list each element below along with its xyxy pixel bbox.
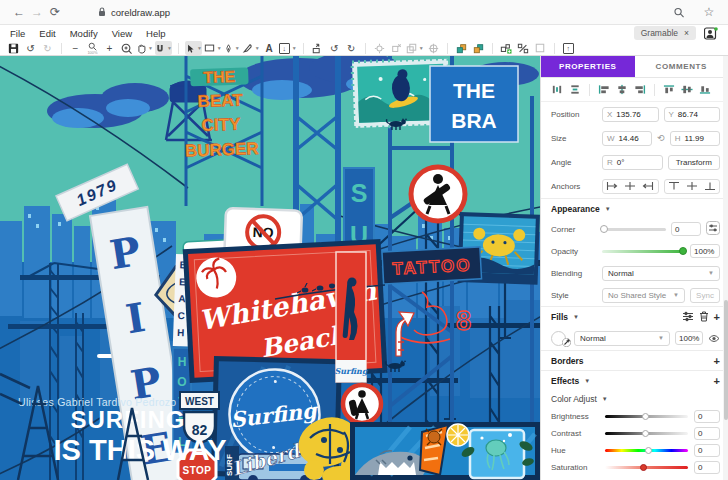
corner-value[interactable]: 0	[671, 222, 701, 236]
select-tool-button[interactable]: ▼	[185, 41, 202, 55]
sign-no-surfer-round-bottom[interactable]	[343, 385, 381, 423]
menu-modify[interactable]: Modify	[70, 28, 98, 39]
sync-button[interactable]: Sync	[690, 288, 720, 303]
fill-options-icon[interactable]	[682, 311, 694, 322]
position-y-input[interactable]: Y 86.74	[664, 107, 721, 122]
rotate-ccw-button[interactable]: ↺	[327, 41, 342, 55]
text-tool-button[interactable]: A	[262, 41, 277, 55]
style-dropdown[interactable]: No Shared Style ▼	[602, 288, 685, 303]
canvas-area[interactable]: THE BRA THE BEAT CITY BURGER S U R F	[0, 56, 540, 480]
zoom-level-button[interactable]: 100%	[85, 41, 100, 55]
panel-scrollbar[interactable]	[723, 56, 728, 480]
snap-target-button[interactable]	[372, 41, 387, 55]
pan-tool-button[interactable]: ▼	[136, 41, 153, 55]
session-chip[interactable]: Gramable ×	[634, 26, 696, 40]
knife-tool-button[interactable]: ▼	[242, 41, 260, 55]
opacity-slider[interactable]	[602, 250, 685, 253]
sign-red-surfer[interactable]: Surfing	[334, 252, 368, 382]
fill-swatch[interactable]	[551, 331, 569, 346]
duplicate-button[interactable]: ▼	[406, 41, 424, 55]
saturation-slider[interactable]	[605, 466, 688, 469]
tab-comments[interactable]: COMMENTS	[635, 56, 728, 77]
distribute-horizontal-icon[interactable]	[551, 84, 563, 95]
appearance-header[interactable]: Appearance▼	[541, 198, 728, 218]
group-button[interactable]	[499, 41, 514, 55]
hue-value[interactable]: 0	[694, 444, 720, 457]
browser-forward-icon[interactable]: →	[28, 5, 46, 19]
corner-options-icon[interactable]	[706, 221, 720, 237]
add-border-icon[interactable]: +	[714, 355, 720, 367]
save-button[interactable]	[6, 41, 21, 55]
hue-slider[interactable]	[605, 449, 688, 452]
align-center-horizontal-icon[interactable]	[616, 84, 628, 95]
zoom-in-button[interactable]: +	[102, 41, 117, 55]
sign-tattoo[interactable]: TATTOO	[382, 247, 482, 284]
import-button[interactable]: ↓ ▼	[279, 41, 297, 55]
angle-input[interactable]: R 0°	[602, 155, 663, 170]
align-middle-icon[interactable]	[681, 84, 693, 95]
menu-help[interactable]: Help	[146, 28, 166, 39]
anchor-right-icon[interactable]	[639, 181, 657, 191]
zoom-tool-button[interactable]	[119, 41, 134, 55]
rectangle-tool-button[interactable]: ▼	[204, 41, 222, 55]
address-bar[interactable]: coreldraw.app	[98, 7, 170, 18]
opacity-value[interactable]: 100%	[690, 244, 720, 258]
transform-center-button[interactable]	[426, 41, 441, 55]
fill-mode-dropdown[interactable]: Normal ▼	[574, 331, 670, 346]
ungroup-button[interactable]	[516, 41, 531, 55]
align-top-icon[interactable]	[663, 84, 675, 95]
delete-fill-icon[interactable]	[699, 311, 709, 322]
fills-header[interactable]: Fills▼ +	[541, 306, 728, 326]
zoom-out-button[interactable]: −	[68, 41, 83, 55]
borders-header[interactable]: Borders +	[541, 350, 728, 370]
size-h-input[interactable]: H 11.99	[670, 131, 720, 146]
fill-visibility-eye-icon[interactable]	[708, 334, 720, 343]
position-x-input[interactable]: X 135.76	[602, 107, 659, 122]
distribute-vertical-icon[interactable]	[569, 84, 581, 95]
artwork[interactable]: THE BRA THE BEAT CITY BURGER S U R F	[0, 56, 540, 480]
anchor-left-icon[interactable]	[603, 181, 621, 191]
anchor-bottom-icon[interactable]	[701, 181, 719, 191]
browser-search-icon[interactable]	[670, 7, 688, 18]
send-backward-button[interactable]	[471, 41, 486, 55]
contrast-value[interactable]: 0	[694, 427, 720, 440]
shape-builder-button[interactable]	[310, 41, 325, 55]
blending-dropdown[interactable]: Normal ▼	[602, 266, 720, 281]
menu-file[interactable]: File	[10, 28, 25, 39]
brightness-value[interactable]: 0	[694, 410, 720, 423]
sign-shark-billboard[interactable]	[350, 422, 540, 480]
effects-header[interactable]: Effects▼ +	[541, 370, 728, 390]
bookmark-star-icon[interactable]: ☆	[700, 5, 718, 19]
user-avatar-icon[interactable]	[704, 27, 718, 40]
unsnap-button[interactable]	[389, 41, 404, 55]
frame-checkbox-button[interactable]	[533, 41, 548, 55]
export-button[interactable]: ↑	[561, 41, 576, 55]
contrast-slider[interactable]	[605, 432, 688, 435]
color-adjust-header[interactable]: Color Adjust▼	[541, 390, 728, 408]
size-w-input[interactable]: W 14.46	[602, 131, 652, 146]
add-fill-icon[interactable]: +	[714, 311, 720, 323]
redo-button[interactable]: ↻	[40, 41, 55, 55]
anchor-middle-icon[interactable]	[683, 181, 701, 191]
menu-edit[interactable]: Edit	[39, 28, 55, 39]
snap-magnet-button[interactable]: ▼	[155, 41, 172, 55]
tab-properties[interactable]: PROPERTIES	[541, 56, 635, 77]
transform-button[interactable]: Transform	[668, 155, 721, 170]
rotate-cw-button[interactable]: ↻	[344, 41, 359, 55]
brightness-slider[interactable]	[605, 415, 688, 418]
anchor-center-icon[interactable]	[621, 181, 639, 191]
sign-no-surfing-round-top[interactable]	[411, 167, 465, 221]
sign-the-bra[interactable]: THE BRA	[430, 66, 518, 142]
session-close-icon[interactable]: ×	[684, 28, 689, 38]
browser-reload-icon[interactable]: ⟳	[46, 5, 64, 19]
corner-slider[interactable]	[602, 228, 666, 231]
undo-button[interactable]: ↺	[23, 41, 38, 55]
align-bottom-icon[interactable]	[699, 84, 711, 95]
lock-ratio-icon[interactable]: ⟲	[657, 133, 665, 143]
menu-view[interactable]: View	[112, 28, 132, 39]
add-effect-icon[interactable]: +	[714, 375, 720, 387]
align-right-icon[interactable]	[634, 84, 646, 95]
browser-back-icon[interactable]: ←	[10, 5, 28, 19]
pen-tool-button[interactable]: ▼	[224, 41, 240, 55]
anchor-top-icon[interactable]	[665, 181, 683, 191]
